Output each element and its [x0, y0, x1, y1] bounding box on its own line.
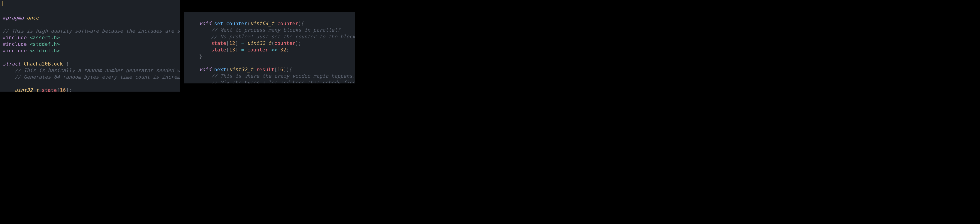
sc-pt: uint64_t — [250, 21, 274, 26]
br-c: ]; — [66, 87, 72, 92]
inc3-kw: include — [6, 48, 27, 54]
nx-pn: result — [253, 67, 274, 72]
sc-c2: // No problem! Just set the counter to t… — [211, 34, 355, 40]
state13: state — [211, 47, 226, 52]
lbrace: { — [66, 61, 69, 67]
sc-pn: counter — [274, 21, 298, 26]
comment-sort: // This is high quality software because… — [3, 28, 180, 34]
code-editor-left[interactable]: #pragma once // This is high quality sof… — [0, 0, 180, 92]
inc2-hdr: <stddef.h> — [27, 41, 60, 47]
cnt2: counter — [247, 47, 268, 52]
nx-bc: ] — [283, 67, 286, 72]
sc-lb: { — [301, 21, 304, 26]
cast-t: uint32_t — [247, 40, 271, 46]
nx-c2: // Mix the bytes a lot and hope that nob… — [211, 80, 355, 83]
inc1-hdr: <assert.h> — [27, 35, 60, 40]
n13: 13 — [229, 47, 235, 52]
nx-bo: [ — [274, 67, 277, 72]
inc2-hash: # — [3, 41, 6, 47]
pragma-kw: pragma — [6, 15, 24, 21]
n12: 12 — [229, 40, 235, 46]
struct-kw: struct — [3, 61, 21, 67]
inc2-kw: include — [6, 41, 27, 47]
nx-po: ( — [226, 67, 229, 72]
pragma-hash: # — [3, 15, 6, 21]
inc1-kw: include — [6, 35, 27, 40]
nx-lb: { — [289, 67, 292, 72]
nx-name: next — [211, 67, 226, 72]
sc-void: void — [199, 21, 211, 26]
nx-pc: ) — [286, 67, 289, 72]
state12: state — [211, 40, 226, 46]
bro13: [ — [226, 47, 229, 52]
comment-rng2: // Generates 64 random bytes every time … — [15, 74, 180, 80]
comment-rng1: // This is basically a random number gen… — [15, 68, 180, 73]
code-editor-right[interactable]: void set_counter(uint64_t counter){ // W… — [185, 12, 355, 83]
struct-name: Chacha20Block — [21, 61, 66, 67]
sc-rb: } — [199, 54, 202, 59]
text-cursor — [2, 1, 3, 6]
brc12: ] — [235, 40, 241, 46]
eq13: = — [241, 47, 247, 52]
field-name: state — [39, 87, 57, 92]
sixteen: 16 — [60, 87, 66, 92]
nx-pt: uint32_t — [229, 67, 253, 72]
sc-name: set_counter — [211, 21, 247, 26]
nx-16: 16 — [277, 67, 283, 72]
brc13: ] — [235, 47, 241, 52]
shr32: >> — [268, 47, 280, 52]
cast-pc: ); — [295, 40, 301, 46]
nx-c1: // This is where the crazy voodoo magic … — [211, 73, 355, 79]
inc1-hash: # — [3, 35, 6, 40]
inc3-hash: # — [3, 48, 6, 54]
br-o: [ — [57, 87, 60, 92]
cast-po: ( — [271, 40, 274, 46]
sc-pc: ) — [298, 21, 301, 26]
field-type: uint32_t — [15, 87, 39, 92]
bro12: [ — [226, 40, 229, 46]
inc3-hdr: <stdint.h> — [27, 48, 60, 54]
eq12: = — [241, 40, 247, 46]
pragma-once: once — [24, 15, 39, 21]
nx-void: void — [199, 67, 211, 72]
sc-po: ( — [247, 21, 250, 26]
sc-c1: // Want to process many blocks in parall… — [211, 27, 340, 33]
semi: ; — [286, 47, 289, 52]
cast-cnt: counter — [274, 40, 295, 46]
thirtytwo2: 32 — [280, 47, 286, 52]
